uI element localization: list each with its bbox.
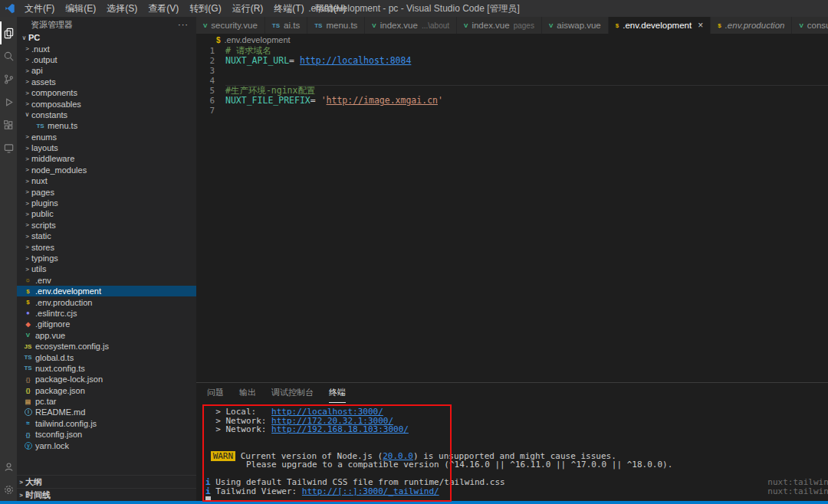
tab-label: .env.development [623,21,692,30]
menu-item-终端(T)[interactable]: 终端(T) [268,0,309,17]
close-icon[interactable]: × [698,20,703,31]
url-link[interactable]: http://[::]:3000/_tailwind/ [302,486,439,496]
chevron-right-icon: > [23,56,31,63]
tree-item-README.md[interactable]: iREADME.md [17,407,196,417]
account-icon[interactable] [0,455,17,478]
terminal[interactable]: > Local: http://localhost:3000/ > Networ… [196,403,828,501]
menu-item-编辑(E)[interactable]: 编辑(E) [60,0,101,17]
tree-item-.output[interactable]: >.output [17,54,196,65]
window-title: .env.development - pc - Visual Studio Co… [308,2,520,15]
tree-item-label: static [31,231,51,241]
extensions-icon[interactable] [0,113,17,136]
panel-tab-调试控制台[interactable]: 调试控制台 [271,383,314,403]
tree-item-assets[interactable]: >assets [17,77,196,87]
code-line[interactable]: 2NUXT_API_URL= http://localhost:8084 [196,56,828,66]
javascript-icon: JS [23,343,33,350]
menu-item-查看(V)[interactable]: 查看(V) [143,0,184,17]
vue-icon: V [799,22,803,29]
menu-item-选择(S)[interactable]: 选择(S) [101,0,143,17]
panel-tab-终端[interactable]: 终端 [329,383,346,403]
tree-item-.env.development[interactable]: $.env.development [17,286,196,296]
tab-.env.production[interactable]: $.env.production [711,17,792,34]
line-number: 6 [196,96,225,106]
sidebar-section-大纲[interactable]: >大纲 [17,475,196,488]
tab-index.vue[interactable]: Vindex.vuepages [457,17,542,34]
tree-item-composables[interactable]: >composables [17,98,196,109]
code-line[interactable]: 7 [196,106,828,116]
sidebar-section-时间线[interactable]: >时间线 [17,488,196,501]
tree-item-static[interactable]: >static [17,231,196,241]
tree-item-layouts[interactable]: >layouts [17,142,196,153]
tree-item-ecosystem.config.js[interactable]: JSecosystem.config.js [17,341,196,352]
tree-item-package.json[interactable]: {}package.json [17,385,196,396]
breadcrumb[interactable]: $ .env.development [196,34,828,46]
typescript-icon: TS [35,123,45,129]
menu-item-文件(F)[interactable]: 文件(F) [19,0,60,17]
code-line[interactable]: 6NUXT_FILE_PREFIX= 'http://image.xmgai.c… [196,96,828,106]
url-link[interactable]: http://image.xmgai.cn [327,95,438,106]
tree-item-utils[interactable]: >utils [17,263,196,274]
tree-item-label: .output [31,55,58,64]
tree-item-.nuxt[interactable]: >.nuxt [17,43,196,54]
tree-item-typings[interactable]: >typings [17,253,196,263]
tab-consumred.vue[interactable]: Vconsumred.vue [792,17,828,34]
panel-tab-输出[interactable]: 输出 [239,383,256,403]
tree-item-tsconfig.json[interactable]: {}tsconfig.json [17,429,196,440]
chevron-down-icon: ∨ [20,34,28,41]
code-editor[interactable]: 1# 请求域名2NUXT_API_URL= http://localhost:8… [196,46,828,382]
tree-item-api[interactable]: >api [17,65,196,76]
tab-label: ai.ts [284,21,300,30]
tab-menu.ts[interactable]: TSmenu.ts [307,17,365,34]
tree-item-plugins[interactable]: >plugins [17,198,196,208]
tree-item-components[interactable]: >components [17,87,196,98]
tree-item-enums[interactable]: >enums [17,132,196,142]
tree-item-.eslintrc.cjs[interactable]: ●.eslintrc.cjs [17,308,196,319]
tab-index.vue[interactable]: Vindex.vue...\about [365,17,457,34]
url-link[interactable]: http://192.168.18.103:3000/ [271,424,409,434]
tree-item-.env[interactable]: ☼.env [17,275,196,286]
tree-item-.gitignore[interactable]: ◆.gitignore [17,319,196,329]
tree-item-public[interactable]: >public [17,208,196,219]
tab-security.vue[interactable]: Vsecurity.vue [196,17,265,34]
tree-item-node_modules[interactable]: >node_modules [17,165,196,175]
tree-item-yarn.lock[interactable]: yyarn.lock [17,440,196,450]
panel-tab-问题[interactable]: 问题 [207,383,224,403]
tree-item-stores[interactable]: >stores [17,241,196,252]
tree-item-.env.production[interactable]: $.env.production [17,296,196,307]
chevron-right-icon: > [23,211,31,218]
more-actions-icon[interactable]: ··· [178,20,189,29]
tree-item-pages[interactable]: >pages [17,186,196,197]
tree-item-nuxt.config.ts[interactable]: TSnuxt.config.ts [17,363,196,374]
tree-item-PC[interactable]: ∨PC [17,32,196,43]
tree-item-middleware[interactable]: >middleware [17,153,196,164]
search-icon[interactable] [0,44,17,67]
url-link[interactable]: http://localhost:8084 [300,55,411,66]
chevron-right-icon: > [23,266,31,273]
tree-item-tailwind.config.js[interactable]: ≈tailwind.config.js [17,418,196,429]
tree-item-menu.ts[interactable]: TSmenu.ts [17,120,196,131]
code-line[interactable]: 3 [196,66,828,76]
source-control-icon[interactable] [0,67,17,90]
explorer-icon[interactable] [0,21,17,44]
tab-.env.development[interactable]: $.env.development× [609,17,711,34]
env-icon: $ [616,22,619,29]
chevron-right-icon: > [17,479,25,486]
chevron-right-icon: > [23,67,31,74]
menu-item-转到(G)[interactable]: 转到(G) [184,0,226,17]
tree-item-pc.tar[interactable]: ▤pc.tar [17,396,196,407]
tree-item-nuxt[interactable]: >nuxt [17,175,196,186]
tree-item-label: layouts [31,143,58,152]
tree-item-package-lock.json[interactable]: {}package-lock.json [17,374,196,385]
run-debug-icon[interactable] [0,90,17,113]
menu-item-运行(R)[interactable]: 运行(R) [227,0,269,17]
tree-item-global.d.ts[interactable]: TSglobal.d.ts [17,352,196,362]
remote-explorer-icon[interactable] [0,136,17,159]
settings-icon[interactable] [0,478,17,501]
tab-aiswap.vue[interactable]: Vaiswap.vue [542,17,609,34]
tree-item-constants[interactable]: ∨constants [17,110,196,120]
tab-ai.ts[interactable]: TSai.ts [265,17,307,34]
tree-item-scripts[interactable]: >scripts [17,220,196,231]
tree-item-app.vue[interactable]: Vapp.vue [17,330,196,341]
tree-item-label: package-lock.json [35,375,103,384]
tab-label: security.vue [211,21,258,30]
